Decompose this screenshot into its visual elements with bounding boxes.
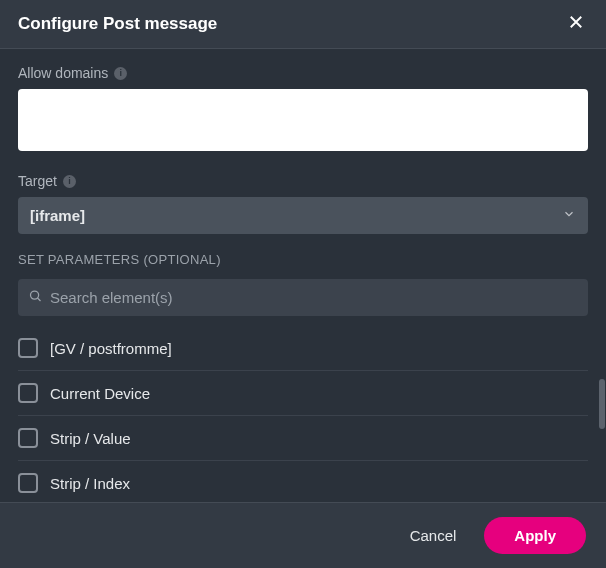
checkbox[interactable] bbox=[18, 473, 38, 493]
param-label: Strip / Index bbox=[50, 475, 130, 492]
dialog-header: Configure Post message bbox=[0, 0, 606, 49]
target-field: Target i [iframe] bbox=[18, 173, 588, 234]
dialog-body: Allow domains i Target i [iframe] SET PA… bbox=[0, 49, 606, 502]
param-item-strip-value[interactable]: Strip / Value bbox=[18, 416, 588, 461]
target-label-text: Target bbox=[18, 173, 57, 189]
configure-post-message-dialog: Configure Post message Allow domains i T… bbox=[0, 0, 606, 568]
allow-domains-label: Allow domains i bbox=[18, 65, 588, 81]
param-label: Strip / Value bbox=[50, 430, 131, 447]
search-input[interactable] bbox=[18, 279, 588, 316]
scrollbar-thumb[interactable] bbox=[599, 379, 605, 429]
dialog-footer: Cancel Apply bbox=[0, 502, 606, 568]
checkbox[interactable] bbox=[18, 338, 38, 358]
param-item-current-device[interactable]: Current Device bbox=[18, 371, 588, 416]
close-icon bbox=[567, 13, 585, 35]
allow-domains-field: Allow domains i bbox=[18, 65, 588, 155]
checkbox[interactable] bbox=[18, 428, 38, 448]
parameters-section-header: SET PARAMETERS (OPTIONAL) bbox=[18, 252, 588, 267]
target-select-wrapper: [iframe] bbox=[18, 197, 588, 234]
close-button[interactable] bbox=[564, 12, 588, 36]
cancel-button[interactable]: Cancel bbox=[400, 519, 467, 552]
param-item-strip-index[interactable]: Strip / Index bbox=[18, 461, 588, 502]
info-icon[interactable]: i bbox=[114, 67, 127, 80]
param-label: [GV / postfromme] bbox=[50, 340, 172, 357]
target-label: Target i bbox=[18, 173, 588, 189]
param-item-gv-postfromme[interactable]: [GV / postfromme] bbox=[18, 326, 588, 371]
target-select[interactable]: [iframe] bbox=[18, 197, 588, 234]
allow-domains-input[interactable] bbox=[18, 89, 588, 151]
checkbox[interactable] bbox=[18, 383, 38, 403]
param-label: Current Device bbox=[50, 385, 150, 402]
apply-button[interactable]: Apply bbox=[484, 517, 586, 554]
search-wrapper bbox=[18, 279, 588, 316]
info-icon[interactable]: i bbox=[63, 175, 76, 188]
allow-domains-label-text: Allow domains bbox=[18, 65, 108, 81]
parameter-list: [GV / postfromme] Current Device Strip /… bbox=[18, 326, 588, 502]
dialog-title: Configure Post message bbox=[18, 14, 217, 34]
